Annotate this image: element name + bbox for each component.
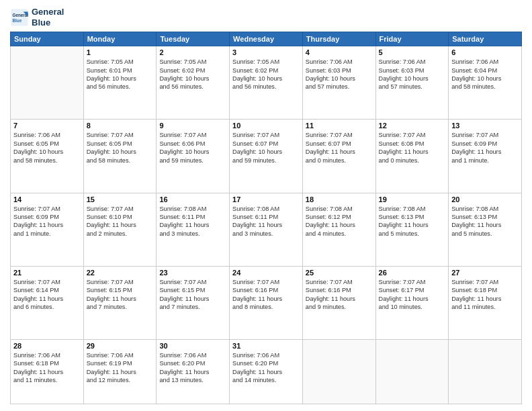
calendar-cell: 24Sunrise: 7:07 AM Sunset: 6:16 PM Dayli… [230, 266, 303, 339]
day-info: Sunrise: 7:08 AM Sunset: 6:12 PM Dayligh… [306, 205, 373, 238]
calendar-cell: 29Sunrise: 7:06 AM Sunset: 6:19 PM Dayli… [83, 340, 157, 404]
day-info: Sunrise: 7:07 AM Sunset: 6:10 PM Dayligh… [87, 205, 154, 238]
day-info: Sunrise: 7:05 AM Sunset: 6:02 PM Dayligh… [232, 58, 300, 91]
day-header-thursday: Thursday [302, 32, 375, 46]
calendar-cell: 30Sunrise: 7:06 AM Sunset: 6:20 PM Dayli… [157, 340, 230, 404]
day-number: 15 [87, 195, 154, 203]
day-number: 12 [379, 122, 446, 130]
day-header-sunday: Sunday [11, 32, 84, 46]
week-row-3: 14Sunrise: 7:07 AM Sunset: 6:09 PM Dayli… [11, 193, 522, 266]
calendar-cell: 3Sunrise: 7:05 AM Sunset: 6:02 PM Daylig… [230, 46, 303, 120]
day-info: Sunrise: 7:08 AM Sunset: 6:13 PM Dayligh… [451, 205, 519, 238]
day-info: Sunrise: 7:07 AM Sunset: 6:16 PM Dayligh… [232, 278, 300, 312]
day-number: 23 [159, 269, 226, 277]
calendar-cell: 2Sunrise: 7:05 AM Sunset: 6:02 PM Daylig… [157, 46, 230, 120]
day-number: 21 [13, 269, 81, 277]
calendar-cell: 25Sunrise: 7:07 AM Sunset: 6:16 PM Dayli… [302, 266, 375, 339]
calendar-cell [302, 340, 375, 404]
day-number: 14 [13, 195, 81, 203]
day-number: 4 [306, 48, 373, 56]
day-header-wednesday: Wednesday [230, 32, 303, 46]
day-info: Sunrise: 7:07 AM Sunset: 6:08 PM Dayligh… [379, 131, 446, 165]
logo-icon: General Blue [10, 8, 29, 27]
day-info: Sunrise: 7:07 AM Sunset: 6:09 PM Dayligh… [451, 131, 519, 165]
calendar-table: SundayMondayTuesdayWednesdayThursdayFrid… [10, 32, 522, 404]
calendar-cell: 9Sunrise: 7:07 AM Sunset: 6:06 PM Daylig… [157, 120, 230, 193]
day-info: Sunrise: 7:06 AM Sunset: 6:19 PM Dayligh… [87, 351, 154, 385]
calendar-cell: 13Sunrise: 7:07 AM Sunset: 6:09 PM Dayli… [449, 120, 522, 193]
header-row: SundayMondayTuesdayWednesdayThursdayFrid… [11, 32, 522, 46]
logo-text: General [32, 7, 64, 17]
day-info: Sunrise: 7:07 AM Sunset: 6:17 PM Dayligh… [379, 278, 446, 312]
day-info: Sunrise: 7:08 AM Sunset: 6:11 PM Dayligh… [159, 205, 226, 238]
calendar-cell: 10Sunrise: 7:07 AM Sunset: 6:07 PM Dayli… [230, 120, 303, 193]
week-row-1: 1Sunrise: 7:05 AM Sunset: 6:01 PM Daylig… [11, 46, 522, 120]
day-number: 3 [232, 48, 300, 56]
day-info: Sunrise: 7:06 AM Sunset: 6:04 PM Dayligh… [451, 58, 519, 91]
day-number: 26 [379, 269, 446, 277]
day-info: Sunrise: 7:07 AM Sunset: 6:05 PM Dayligh… [87, 131, 154, 165]
day-number: 10 [232, 122, 300, 130]
day-number: 18 [306, 195, 373, 203]
day-info: Sunrise: 7:06 AM Sunset: 6:05 PM Dayligh… [13, 131, 81, 165]
calendar-cell: 5Sunrise: 7:06 AM Sunset: 6:03 PM Daylig… [375, 46, 449, 120]
logo: General Blue General Blue [10, 7, 64, 28]
logo-text2: Blue [32, 17, 64, 28]
day-number: 19 [379, 195, 446, 203]
calendar-cell: 23Sunrise: 7:07 AM Sunset: 6:15 PM Dayli… [157, 266, 230, 339]
day-number: 6 [451, 48, 519, 56]
day-info: Sunrise: 7:07 AM Sunset: 6:06 PM Dayligh… [159, 131, 226, 165]
header: General Blue General Blue [10, 7, 522, 28]
calendar-cell: 11Sunrise: 7:07 AM Sunset: 6:07 PM Dayli… [302, 120, 375, 193]
week-row-2: 7Sunrise: 7:06 AM Sunset: 6:05 PM Daylig… [11, 120, 522, 193]
calendar-cell: 18Sunrise: 7:08 AM Sunset: 6:12 PM Dayli… [302, 193, 375, 266]
day-header-friday: Friday [375, 32, 449, 46]
calendar-cell: 15Sunrise: 7:07 AM Sunset: 6:10 PM Dayli… [83, 193, 157, 266]
day-number: 24 [232, 269, 300, 277]
day-number: 25 [306, 269, 373, 277]
calendar-cell: 4Sunrise: 7:06 AM Sunset: 6:03 PM Daylig… [302, 46, 375, 120]
day-info: Sunrise: 7:06 AM Sunset: 6:18 PM Dayligh… [13, 351, 81, 385]
calendar-cell: 16Sunrise: 7:08 AM Sunset: 6:11 PM Dayli… [157, 193, 230, 266]
day-number: 2 [159, 48, 226, 56]
day-info: Sunrise: 7:06 AM Sunset: 6:20 PM Dayligh… [159, 351, 226, 385]
calendar-cell: 28Sunrise: 7:06 AM Sunset: 6:18 PM Dayli… [11, 340, 84, 404]
day-info: Sunrise: 7:07 AM Sunset: 6:07 PM Dayligh… [232, 131, 300, 165]
day-number: 20 [451, 195, 519, 203]
svg-rect-0 [11, 9, 28, 26]
day-info: Sunrise: 7:07 AM Sunset: 6:16 PM Dayligh… [306, 278, 373, 312]
page: General Blue General Blue SundayMondayTu… [0, 0, 532, 411]
day-number: 8 [87, 122, 154, 130]
calendar-cell: 19Sunrise: 7:08 AM Sunset: 6:13 PM Dayli… [375, 193, 449, 266]
calendar-cell: 17Sunrise: 7:08 AM Sunset: 6:11 PM Dayli… [230, 193, 303, 266]
day-number: 5 [379, 48, 446, 56]
calendar-cell: 20Sunrise: 7:08 AM Sunset: 6:13 PM Dayli… [449, 193, 522, 266]
day-number: 31 [232, 342, 300, 350]
day-info: Sunrise: 7:07 AM Sunset: 6:07 PM Dayligh… [306, 131, 373, 165]
week-row-4: 21Sunrise: 7:07 AM Sunset: 6:14 PM Dayli… [11, 266, 522, 339]
calendar-cell: 12Sunrise: 7:07 AM Sunset: 6:08 PM Dayli… [375, 120, 449, 193]
calendar-cell [375, 340, 449, 404]
day-info: Sunrise: 7:05 AM Sunset: 6:02 PM Dayligh… [159, 58, 226, 91]
calendar-cell: 14Sunrise: 7:07 AM Sunset: 6:09 PM Dayli… [11, 193, 84, 266]
day-number: 11 [306, 122, 373, 130]
day-number: 29 [87, 342, 154, 350]
day-info: Sunrise: 7:07 AM Sunset: 6:09 PM Dayligh… [13, 205, 81, 238]
day-info: Sunrise: 7:06 AM Sunset: 6:03 PM Dayligh… [379, 58, 446, 91]
day-info: Sunrise: 7:07 AM Sunset: 6:15 PM Dayligh… [159, 278, 226, 312]
calendar-cell: 31Sunrise: 7:06 AM Sunset: 6:20 PM Dayli… [230, 340, 303, 404]
day-info: Sunrise: 7:07 AM Sunset: 6:14 PM Dayligh… [13, 278, 81, 312]
calendar-cell: 6Sunrise: 7:06 AM Sunset: 6:04 PM Daylig… [449, 46, 522, 120]
day-number: 9 [159, 122, 226, 130]
day-number: 16 [159, 195, 226, 203]
day-number: 7 [13, 122, 81, 130]
day-info: Sunrise: 7:06 AM Sunset: 6:20 PM Dayligh… [232, 351, 300, 385]
day-header-monday: Monday [83, 32, 157, 46]
day-info: Sunrise: 7:08 AM Sunset: 6:13 PM Dayligh… [379, 205, 446, 238]
day-number: 17 [232, 195, 300, 203]
day-info: Sunrise: 7:07 AM Sunset: 6:18 PM Dayligh… [451, 278, 519, 312]
calendar-cell [11, 46, 84, 120]
calendar-cell: 26Sunrise: 7:07 AM Sunset: 6:17 PM Dayli… [375, 266, 449, 339]
calendar-cell: 1Sunrise: 7:05 AM Sunset: 6:01 PM Daylig… [83, 46, 157, 120]
calendar-cell: 8Sunrise: 7:07 AM Sunset: 6:05 PM Daylig… [83, 120, 157, 193]
